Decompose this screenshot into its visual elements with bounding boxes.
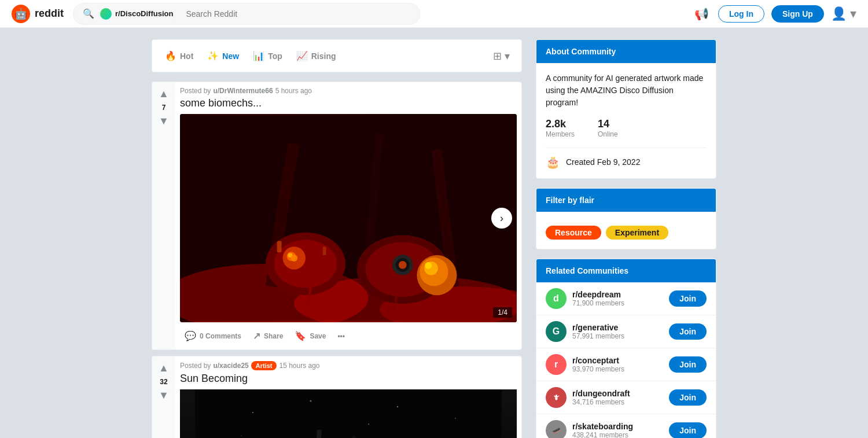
members-stat: 2.8k Members [546, 118, 575, 138]
posted-by-label-2: Posted by [180, 362, 211, 370]
posted-by-label-1: Posted by [180, 87, 211, 95]
vote-count-2: 32 [160, 378, 167, 386]
post-image-container-1: 1/4 › [180, 114, 517, 322]
subreddit-tag: r/DiscoDiffusion [99, 7, 179, 21]
sort-rising[interactable]: 📈 Rising [290, 46, 342, 66]
community-row-dungeondraft: 🗡 r/dungeondraft 34,716 members Join [536, 381, 716, 414]
members-count: 2.8k [546, 118, 575, 130]
community-info-deepdream: r/deepdream 71,900 members [572, 290, 669, 307]
svg-point-9 [290, 255, 297, 262]
svg-point-18 [399, 261, 407, 269]
comments-button-1[interactable]: 💬 0 Comments [180, 327, 246, 345]
save-button-1[interactable]: 🔖 Save [290, 327, 330, 345]
post-actions-1: 💬 0 Comments ↗ Share 🔖 Save ••• [180, 327, 517, 345]
community-name-skateboarding: r/skateboarding [572, 422, 669, 431]
downvote-button-1[interactable]: ▼ [157, 114, 170, 128]
main-content: 🔥 Hot ✨ New 📊 Top 📈 Rising ⊞ ▾ ▲ [152, 39, 522, 438]
view-toggle: ⊞ ▾ [488, 46, 514, 66]
members-label: Members [546, 130, 575, 138]
upvote-button-2[interactable]: ▲ [157, 361, 170, 376]
created-row: 🎂 Created Feb 9, 2022 [546, 148, 707, 169]
vote-column-2: ▲ 32 ▼ [152, 356, 175, 438]
post-card-2: ▲ 32 ▼ Posted by u/xacide25 Artist 15 ho… [152, 356, 522, 438]
svg-point-15 [425, 262, 432, 269]
top-icon: 📊 [253, 50, 264, 61]
community-name-deepdream: r/deepdream [572, 290, 669, 299]
megaphone-button[interactable]: 📢 [692, 5, 711, 23]
flair-section: Resource Experiment [536, 212, 716, 249]
join-button-deepdream[interactable]: Join [669, 290, 707, 307]
sort-new[interactable]: ✨ New [201, 46, 245, 66]
created-label: Created Feb 9, 2022 [566, 157, 640, 167]
filter-flair-header: Filter by flair [536, 189, 716, 212]
login-button[interactable]: Log In [718, 5, 764, 23]
join-button-conceptart[interactable]: Join [669, 356, 707, 373]
downvote-button-2[interactable]: ▼ [157, 388, 170, 403]
about-description: A community for AI generated artwork mad… [546, 72, 707, 109]
community-avatar-generative: G [546, 321, 567, 342]
next-image-button[interactable]: › [491, 208, 512, 229]
about-community-body: A community for AI generated artwork mad… [536, 63, 716, 178]
signup-button[interactable]: Sign Up [771, 5, 824, 23]
vote-count-1: 7 [162, 104, 166, 112]
cake-icon: 🎂 [546, 155, 560, 169]
artist-flair: Artist [251, 361, 277, 370]
community-members-deepdream: 71,900 members [572, 299, 669, 307]
community-avatar-skateboarding: 🛹 [546, 420, 567, 438]
join-button-skateboarding[interactable]: Join [669, 422, 707, 438]
reddit-logo: 🤖 reddit [12, 5, 64, 23]
svg-point-26 [241, 436, 242, 436]
vote-column-1: ▲ 7 ▼ [152, 82, 175, 349]
post-meta-2: Posted by u/xacide25 Artist 15 hours ago [180, 361, 517, 370]
search-bar[interactable]: 🔍 r/DiscoDiffusion [73, 3, 420, 25]
rising-icon: 📈 [296, 50, 308, 61]
about-community-header: About Community [536, 40, 716, 63]
post-body-2: Posted by u/xacide25 Artist 15 hours ago… [175, 356, 521, 438]
join-button-generative[interactable]: Join [669, 323, 707, 340]
username-1[interactable]: u/DrWintermute66 [213, 87, 273, 95]
sort-top[interactable]: 📊 Top [247, 46, 288, 66]
filter-flair-card: Filter by flair Resource Experiment [536, 188, 716, 249]
new-icon: ✨ [207, 50, 219, 61]
share-icon-1: ↗ [253, 330, 260, 341]
community-info-conceptart: r/conceptart 93,970 members [572, 356, 669, 373]
community-info-skateboarding: r/skateboarding 438,241 members [572, 422, 669, 438]
community-members-dungeondraft: 34,716 members [572, 398, 669, 406]
share-button-1[interactable]: ↗ Share [248, 327, 288, 345]
post-title-2: Sun Becoming [180, 373, 517, 385]
username-2[interactable]: u/xacide25 [213, 362, 248, 370]
hot-icon: 🔥 [165, 50, 176, 61]
biomech-svg [180, 114, 517, 322]
save-label-1: Save [310, 332, 326, 340]
sort-bar: 🔥 Hot ✨ New 📊 Top 📈 Rising ⊞ ▾ [152, 39, 522, 72]
community-name-dungeondraft: r/dungeondraft [572, 389, 669, 398]
user-menu-icon[interactable]: 👤 ▾ [831, 6, 856, 21]
sort-new-label: New [222, 51, 239, 61]
view-mode-button[interactable]: ⊞ ▾ [488, 46, 514, 66]
post-image-1 [180, 114, 517, 322]
svg-point-5 [274, 240, 337, 288]
related-communities-header: Related Communities [536, 259, 716, 282]
search-input[interactable] [186, 9, 410, 19]
community-info-generative: r/generative 57,991 members [572, 323, 669, 340]
community-row-skateboarding: 🛹 r/skateboarding 438,241 members Join [536, 414, 716, 438]
post-image-2 [180, 389, 517, 438]
community-row-conceptart: r r/conceptart 93,970 members Join [536, 348, 716, 381]
post-body-1: Posted by u/DrWintermute66 5 hours ago s… [175, 82, 521, 349]
about-community-card: About Community A community for AI gener… [536, 39, 716, 179]
comments-icon-1: 💬 [185, 330, 196, 341]
svg-rect-21 [195, 389, 502, 438]
join-button-dungeondraft[interactable]: Join [669, 389, 707, 406]
more-button-1[interactable]: ••• [333, 329, 350, 344]
svg-point-25 [455, 418, 456, 419]
upvote-button-1[interactable]: ▲ [157, 87, 170, 101]
save-icon-1: 🔖 [295, 330, 306, 341]
flair-resource-button[interactable]: Resource [546, 226, 601, 240]
sort-hot-label: Hot [180, 51, 193, 61]
svg-rect-20 [323, 246, 326, 255]
flair-experiment-button[interactable]: Experiment [606, 226, 668, 240]
page-layout: 🔥 Hot ✨ New 📊 Top 📈 Rising ⊞ ▾ ▲ [0, 28, 868, 438]
community-name-generative: r/generative [572, 323, 669, 332]
sort-hot[interactable]: 🔥 Hot [159, 46, 199, 66]
sidebar: About Community A community for AI gener… [536, 39, 716, 438]
